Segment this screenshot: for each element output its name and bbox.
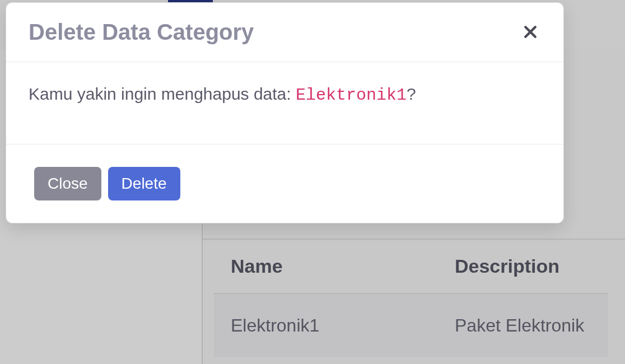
modal-body: Kamu yakin ingin menghapus data: Elektro… xyxy=(6,62,563,144)
modal-title: Delete Data Category xyxy=(29,20,254,45)
confirm-suffix: ? xyxy=(407,85,416,103)
modal-footer: Close Delete xyxy=(6,144,563,223)
confirm-message: Kamu yakin ingin menghapus data: Elektro… xyxy=(29,85,416,103)
modal-header: Delete Data Category xyxy=(6,3,563,62)
delete-confirm-modal: Delete Data Category Kamu yakin ingin me… xyxy=(6,2,564,223)
confirm-prefix: Kamu yakin ingin menghapus data: xyxy=(29,85,296,103)
close-icon[interactable] xyxy=(520,21,541,44)
confirm-item-name: Elektronik1 xyxy=(296,86,407,105)
close-button[interactable]: Close xyxy=(34,167,101,200)
delete-button[interactable]: Delete xyxy=(108,167,180,200)
